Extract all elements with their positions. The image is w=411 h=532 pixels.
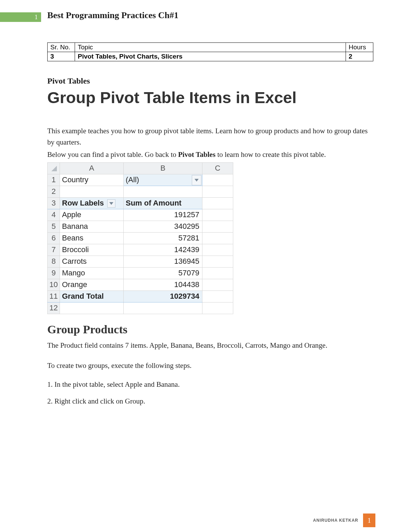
excel-cell[interactable]: Carrots (60, 256, 124, 267)
excel-row-header[interactable]: 3 (48, 197, 60, 209)
excel-cell-empty[interactable] (202, 221, 233, 232)
excel-cell-filter[interactable]: (All) (124, 174, 202, 186)
excel-cell[interactable]: Banana (60, 221, 124, 232)
chapter-title: Best Programming Practices Ch#1 (47, 10, 178, 22)
group-products-intro: The Product field contains 7 items. Appl… (47, 339, 373, 352)
excel-cell-empty[interactable] (60, 302, 124, 314)
excel-cell-empty[interactable] (202, 279, 233, 290)
excel-row-grand-total: 11 Grand Total 1029734 (48, 290, 233, 302)
excel-row: 1 Country (All) (48, 174, 233, 186)
excel-row-header[interactable]: 8 (48, 256, 60, 267)
excel-col-header-a[interactable]: A (60, 162, 124, 174)
excel-row: 6 Beans 57281 (48, 232, 233, 244)
excel-row-header[interactable]: 12 (48, 302, 60, 314)
td-srno: 3 (48, 52, 75, 61)
excel-row-header[interactable]: 9 (48, 267, 60, 279)
intro-paragraph-1: This example teaches you how to group pi… (47, 125, 373, 148)
excel-cell-empty[interactable] (202, 256, 233, 267)
footer-page-badge: 1 (363, 514, 375, 527)
excel-cell[interactable]: 142439 (124, 244, 202, 256)
excel-cell[interactable]: 104438 (124, 279, 202, 290)
excel-cell[interactable]: Broccoli (60, 244, 124, 256)
rowlabels-text: Row Labels (62, 199, 104, 207)
header-page-number: 1 (35, 14, 38, 21)
footer-author: ANIRUDHA KETKAR (313, 518, 358, 523)
page-footer: ANIRUDHA KETKAR 1 (313, 514, 375, 527)
td-topic: Pivot Tables, Pivot Charts, Slicers (75, 52, 346, 61)
excel-row: 8 Carrots 136945 (48, 256, 233, 267)
excel-cell-empty[interactable] (202, 174, 233, 186)
excel-cell[interactable]: Beans (60, 232, 124, 244)
excel-cell[interactable]: Country (60, 174, 124, 186)
excel-col-header-c[interactable]: C (202, 162, 233, 174)
excel-row: 2 (48, 186, 233, 197)
excel-cell-grand-label[interactable]: Grand Total (60, 290, 124, 302)
excel-row-header[interactable]: 2 (48, 186, 60, 197)
excel-row-header[interactable]: 5 (48, 221, 60, 232)
excel-row: 10 Orange 104438 (48, 279, 233, 290)
td-hours: 2 (346, 52, 373, 61)
excel-cell[interactable]: Orange (60, 279, 124, 290)
excel-cell-rowlabels[interactable]: Row Labels (60, 197, 124, 209)
th-topic: Topic (75, 43, 346, 52)
filter-value: (All) (126, 175, 139, 184)
header-page-badge: 1 (0, 12, 41, 22)
step-1: 1. In the pivot table, select Apple and … (47, 380, 373, 389)
excel-cell-empty[interactable] (124, 186, 202, 197)
excel-row: 4 Apple 191257 (48, 209, 233, 221)
excel-cell-empty[interactable] (124, 302, 202, 314)
intro-paragraph-2: Below you can find a pivot table. Go bac… (47, 149, 373, 160)
page-title: Group Pivot Table Items in Excel (47, 88, 373, 107)
excel-row: 12 (48, 302, 233, 314)
excel-cell[interactable]: 340295 (124, 221, 202, 232)
chevron-down-icon (195, 179, 199, 182)
excel-pivot-screenshot: A B C 1 Country (All) 2 (47, 162, 233, 314)
excel-cell[interactable]: 57079 (124, 267, 202, 279)
excel-row: 7 Broccoli 142439 (48, 244, 233, 256)
topic-table: Sr. No. Topic Hours 3 Pivot Tables, Pivo… (47, 42, 373, 61)
excel-cell-empty[interactable] (60, 186, 124, 197)
group-products-heading: Group Products (47, 323, 373, 336)
excel-cell[interactable]: 191257 (124, 209, 202, 221)
excel-row-header[interactable]: 7 (48, 244, 60, 256)
excel-row: 5 Banana 340295 (48, 221, 233, 232)
excel-row-header[interactable]: 10 (48, 279, 60, 290)
chevron-down-icon (109, 202, 113, 205)
excel-cell[interactable]: Mango (60, 267, 124, 279)
excel-row-header[interactable]: 4 (48, 209, 60, 221)
excel-row-header[interactable]: 1 (48, 174, 60, 186)
excel-cell-empty[interactable] (202, 232, 233, 244)
excel-cell-empty[interactable] (202, 267, 233, 279)
excel-cell-empty[interactable] (202, 302, 233, 314)
th-hours: Hours (346, 43, 373, 52)
excel-select-all-corner[interactable] (48, 162, 60, 174)
table-row: 3 Pivot Tables, Pivot Charts, Slicers 2 (48, 52, 373, 61)
excel-cell-sumheader[interactable]: Sum of Amount (124, 197, 202, 209)
excel-cell[interactable]: 57281 (124, 232, 202, 244)
excel-cell-empty[interactable] (202, 244, 233, 256)
excel-row: 9 Mango 57079 (48, 267, 233, 279)
excel-cell[interactable]: 136945 (124, 256, 202, 267)
excel-col-header-b[interactable]: B (124, 162, 202, 174)
excel-cell-empty[interactable] (202, 290, 233, 302)
th-srno: Sr. No. (48, 43, 75, 52)
section-label: Pivot Tables (47, 76, 373, 86)
excel-cell-grand-value[interactable]: 1029734 (124, 290, 202, 302)
excel-row-header[interactable]: 6 (48, 232, 60, 244)
excel-cell-empty[interactable] (202, 186, 233, 197)
intro-p2-post: to learn how to create this pivot table. (215, 150, 326, 159)
intro-p2-pre: Below you can find a pivot table. Go bac… (47, 150, 178, 159)
rowlabels-dropdown-button[interactable] (107, 199, 115, 208)
excel-cell-empty[interactable] (202, 197, 233, 209)
footer-page-number: 1 (368, 517, 371, 524)
intro-p2-bold: Pivot Tables (178, 150, 215, 159)
group-products-lead: To create two groups, execute the follow… (47, 360, 373, 372)
filter-dropdown-button[interactable] (192, 175, 201, 185)
excel-row-pivot-header: 3 Row Labels Sum of Amount (48, 197, 233, 209)
excel-cell-empty[interactable] (202, 209, 233, 221)
excel-row-header[interactable]: 11 (48, 290, 60, 302)
page-header: 1 Best Programming Practices Ch#1 (0, 10, 411, 22)
excel-cell[interactable]: Apple (60, 209, 124, 221)
step-2: 2. Right click and click on Group. (47, 397, 373, 406)
svg-marker-0 (51, 166, 57, 171)
